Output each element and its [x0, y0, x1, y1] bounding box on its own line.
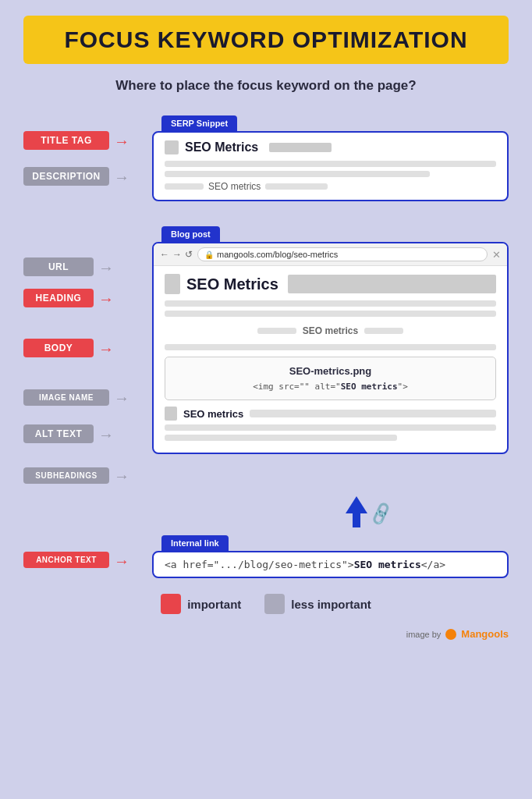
- subheading-trail: [250, 410, 496, 417]
- link-prefix: <a href=".../blog/seo-metrics">: [165, 559, 354, 570]
- legend-less-important: less important: [264, 594, 371, 614]
- internal-link-tab: Internal link: [152, 535, 509, 551]
- main-title: FOCUS KEYWORD OPTIMIZATION: [39, 27, 493, 53]
- footer: image by Mangools: [23, 628, 509, 640]
- description-badge: DESCRIPTION: [23, 167, 109, 186]
- mangools-brand: Mangools: [461, 628, 509, 640]
- blog-content: SEO Metrics SEO metrics: [154, 266, 507, 453]
- blog-labels: URL → HEADING → BODY → IMAGE NAME → ALT …: [23, 226, 144, 484]
- internal-link-content: <a href=".../blog/seo-metrics">SEO metri…: [154, 552, 507, 577]
- heading-badge: HEADING: [23, 289, 94, 307]
- alt-text-bold: SEO metrics: [341, 382, 398, 392]
- subtitle: Where to place the focus keyword on the …: [23, 78, 509, 94]
- body-row: BODY →: [23, 339, 144, 357]
- title-tag-arrow: →: [114, 133, 129, 149]
- serp-desc-row: SEO metrics: [165, 181, 496, 192]
- heading-trail: [288, 275, 496, 293]
- serp-line-1: [165, 161, 496, 167]
- up-arrow-stem: [353, 513, 360, 527]
- anchor-text-badge: ANCHOR TEXT: [23, 552, 109, 568]
- description-row: DESCRIPTION →: [23, 167, 144, 186]
- serp-section: TITLE TAG → DESCRIPTION → SERP Snippet S…: [23, 115, 509, 201]
- alt-text-row: ALT TEXT →: [23, 424, 144, 443]
- url-row: URL →: [23, 257, 144, 276]
- alt-text-line: <img src="" alt="SEO metrics">: [176, 382, 484, 392]
- legend-red-box: [161, 594, 181, 614]
- serp-favicon: [165, 140, 179, 154]
- serp-desc-bar-2: [265, 183, 328, 190]
- legend: important less important: [23, 594, 509, 614]
- subheadings-arrow: →: [114, 468, 129, 484]
- serp-desc-bar-1: [165, 183, 204, 190]
- mangools-logo-dot: [445, 629, 456, 640]
- title-tag-row: TITLE TAG →: [23, 131, 144, 150]
- body-badge: BODY: [23, 339, 94, 357]
- header-banner: FOCUS KEYWORD OPTIMIZATION: [23, 16, 509, 64]
- up-arrow-group: [346, 496, 367, 527]
- internal-link-section: ANCHOR TEXT → Internal link <a href="...…: [23, 535, 509, 578]
- serp-labels: TITLE TAG → DESCRIPTION →: [23, 131, 144, 186]
- blog-card-wrapper: Blog post ← → ↺ 🔒 mangools.com/blog/seo-…: [152, 226, 509, 454]
- serp-title-text: SEO Metrics: [185, 140, 258, 154]
- subheadings-row: SUBHEADINGS →: [23, 467, 144, 484]
- serp-tab: SERP Snippet: [152, 115, 509, 131]
- serp-tab-label: SERP Snippet: [161, 115, 237, 131]
- blog-body-text: SEO metrics: [303, 325, 358, 336]
- title-tag-badge: TITLE TAG: [23, 131, 109, 150]
- subheadings-badge: SUBHEADINGS: [23, 467, 109, 484]
- blog-heading-row: SEO Metrics: [165, 274, 496, 294]
- subheading-bar: [165, 407, 177, 421]
- image-name-arrow: →: [114, 390, 129, 406]
- image-name-badge: IMAGE NAME: [23, 389, 109, 406]
- internal-link-tab-label: Internal link: [161, 535, 229, 551]
- blog-line-5: [165, 435, 397, 441]
- url-arrow: →: [98, 260, 114, 275]
- serp-desc-text: SEO metrics: [208, 181, 261, 192]
- heading-arrow: →: [98, 291, 114, 307]
- url-text: mangools.com/blog/seo-metrics: [217, 250, 338, 259]
- body-arrow: →: [98, 341, 114, 357]
- blog-line-4: [165, 424, 496, 431]
- serp-card-wrapper: SERP Snippet SEO Metrics S: [152, 115, 509, 201]
- nav-back: ←: [160, 249, 169, 260]
- legend-less-important-label: less important: [291, 598, 371, 611]
- blog-tab-label: Blog post: [161, 226, 220, 242]
- serp-title-row: SEO Metrics: [165, 140, 496, 154]
- alt-text-arrow: →: [98, 427, 114, 442]
- blog-line-1: [165, 300, 496, 307]
- body-bar-right: [364, 328, 403, 334]
- arrow-area: 🔗: [23, 496, 509, 527]
- nav-refresh: ↺: [185, 249, 193, 260]
- browser-url-bar: 🔒 mangools.com/blog/seo-metrics: [197, 247, 488, 261]
- link-icon: 🔗: [367, 501, 394, 527]
- image-box: SEO-metrics.png <img src="" alt="SEO met…: [165, 357, 496, 400]
- body-bar-left: [257, 328, 296, 334]
- blog-line-3: [165, 344, 496, 350]
- blog-tab: Blog post: [152, 226, 509, 242]
- internal-link-card: <a href=".../blog/seo-metrics">SEO metri…: [152, 551, 509, 578]
- arrow-link-group: 🔗: [346, 496, 392, 527]
- internal-link-card-wrapper: Internal link <a href=".../blog/seo-metr…: [152, 535, 509, 578]
- blog-card: ← → ↺ 🔒 mangools.com/blog/seo-metrics ✕: [152, 242, 509, 454]
- blog-section: URL → HEADING → BODY → IMAGE NAME → ALT …: [23, 226, 509, 484]
- blog-line-2: [165, 311, 496, 317]
- url-badge: URL: [23, 257, 94, 276]
- browser-close-icon: ✕: [492, 249, 501, 261]
- description-arrow: →: [114, 169, 129, 185]
- serp-card: SEO Metrics SEO metrics: [152, 131, 509, 201]
- alt-text-badge: ALT TEXT: [23, 424, 94, 443]
- blog-heading-text: SEO Metrics: [186, 275, 278, 293]
- legend-important-label: important: [187, 598, 241, 611]
- blog-heading-bar: [165, 274, 180, 294]
- serp-line-2: [165, 171, 430, 177]
- browser-chrome: ← → ↺ 🔒 mangools.com/blog/seo-metrics ✕: [154, 243, 507, 266]
- anchor-text-row: ANCHOR TEXT →: [23, 552, 144, 569]
- image-name-row: IMAGE NAME →: [23, 389, 144, 406]
- up-arrow-triangle: [346, 496, 367, 513]
- serp-card-content: SEO Metrics SEO metrics: [154, 133, 507, 200]
- anchor-text-arrow: →: [114, 553, 129, 569]
- heading-row: HEADING →: [23, 289, 144, 307]
- legend-important: important: [161, 594, 241, 614]
- blog-body-row: SEO metrics: [165, 321, 496, 341]
- serp-title-bar: [269, 143, 332, 152]
